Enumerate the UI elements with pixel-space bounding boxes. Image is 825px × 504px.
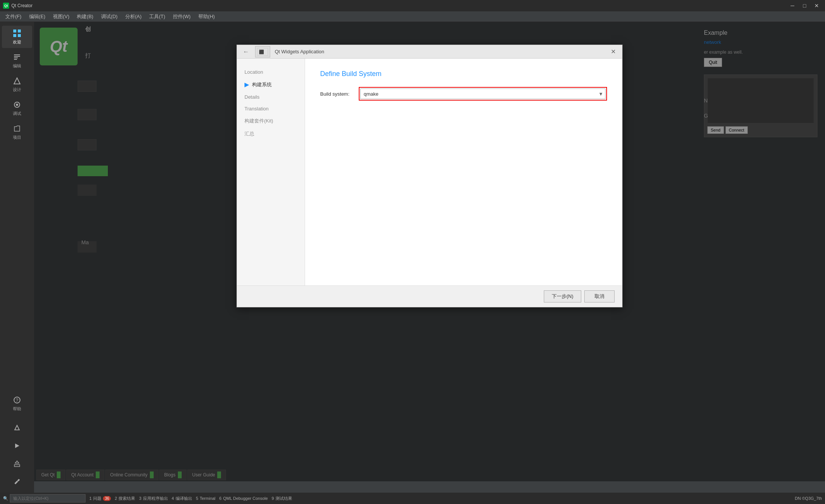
problems-num: 1 [89,496,92,501]
dialog-titlebar: ← ⬛ Qt Widgets Application ✕ [237,45,622,59]
build-system-select-wrapper: qmake CMake Qbs ▼ [359,87,607,101]
content-area: Qt 创 打 Example network er example as wel… [34,22,825,493]
problems-badge: 36 [103,496,111,501]
menu-controls[interactable]: 控件(W) [169,12,195,22]
app-title: Qt Creator [11,3,785,8]
dialog-back-button[interactable]: ← [241,47,251,56]
compile-output-item[interactable]: 4 编译输出 [172,496,192,501]
next-button[interactable]: 下一步(N) [544,290,581,302]
dialog-nav-build-system[interactable]: ▶ 构建系统 [237,78,305,91]
search-icon: 🔍 [3,496,8,501]
design-icon [12,76,22,85]
dialog-footer: 下一步(N) 取消 [237,285,622,307]
terminal-item[interactable]: 5 Terminal [196,496,216,501]
maximize-button[interactable]: □ [799,2,810,9]
menu-tools[interactable]: 工具(T) [145,12,169,22]
svg-rect-2 [13,34,16,37]
menu-file[interactable]: 文件(F) [2,12,25,22]
modal-overlay: ← ⬛ Qt Widgets Application ✕ [34,22,825,481]
dialog-nav-summary[interactable]: 汇总 [237,127,305,140]
dialog-content: Define Build System Build system: qmake … [305,59,622,285]
titlebar: Qt Qt Creator ─ □ ✕ [0,0,825,11]
sidebar-label-design: 设计 [13,87,21,93]
svg-marker-12 [15,425,19,430]
menu-build[interactable]: 构建(B) [73,12,97,22]
logo-text: Qt [4,4,8,8]
svg-rect-0 [13,29,16,33]
dialog-title: Qt Widgets Application [275,49,324,54]
sidebar-label-help: 帮助 [13,406,21,412]
minimize-button[interactable]: ─ [787,2,798,9]
svg-rect-7 [14,59,17,60]
app-output-item[interactable]: 3 应用程序输出 [139,496,168,501]
sidebar: 欢迎 编辑 设计 [0,22,34,493]
dialog-close-button[interactable]: ✕ [609,47,618,56]
sidebar-item-run[interactable] [2,438,32,453]
dialog-body: Location ▶ 构建系统 Details Translation [237,59,622,285]
svg-text:⬛: ⬛ [259,49,264,54]
build-icon [12,423,22,432]
dialog-nav-location[interactable]: Location [237,66,305,78]
problems-label: 问题 [93,496,101,501]
dialog-nav-kit[interactable]: 构建套件(Kit) [237,115,305,127]
sidebar-item-design[interactable]: 设计 [2,73,32,96]
search-area: 🔍 [3,494,86,502]
dialog-nav: Location ▶ 构建系统 Details Translation [237,59,305,285]
sidebar-item-build[interactable] [2,420,32,435]
svg-marker-15 [15,461,19,463]
menu-debug[interactable]: 调试(D) [97,12,121,22]
window-controls: ─ □ ✕ [787,2,822,9]
sidebar-item-debug[interactable]: 调试 [2,97,32,119]
svg-point-9 [16,104,18,106]
dialog-nav-translation[interactable]: Translation [237,103,305,115]
svg-rect-3 [18,34,21,37]
app-logo: Qt [3,3,9,9]
edit-icon [12,53,22,62]
problems-item[interactable]: 1 问题 36 [89,496,111,501]
sidebar-item-deploy[interactable] [2,456,32,471]
statusbar: 🔍 1 问题 36 2 搜索结果 3 应用程序输出 4 编译输出 5 Termi… [0,493,825,504]
build-system-row: Build system: qmake CMake Qbs ▼ [320,87,607,101]
run-icon [12,441,22,450]
menu-help[interactable]: 帮助(H) [195,12,219,22]
cancel-button[interactable]: 取消 [584,290,615,302]
svg-rect-16 [14,481,18,484]
close-button[interactable]: ✕ [811,2,822,9]
search-results-item[interactable]: 2 搜索结果 [115,496,135,501]
sidebar-item-project[interactable]: 项目 [2,121,32,143]
version-info: DN ©Q3G_7th [795,496,822,501]
menu-view[interactable]: 视图(V) [49,12,73,22]
sidebar-item-hammer[interactable] [2,475,32,490]
welcome-icon [12,29,22,38]
dialog: ← ⬛ Qt Widgets Application ✕ [237,45,623,307]
dialog-section-title: Define Build System [320,70,607,78]
build-system-label: Build system: [320,91,354,97]
nav-arrow-icon: ▶ [244,81,249,88]
sidebar-label-welcome: 欢迎 [13,39,21,45]
sidebar-label-project: 项目 [13,135,21,140]
qml-debugger-item[interactable]: 6 QML Debugger Console [219,496,268,501]
menu-analyze[interactable]: 分析(A) [121,12,145,22]
dialog-title-left: ← ⬛ Qt Widgets Application [241,46,324,57]
svg-marker-13 [15,444,19,448]
sidebar-label-debug: 调试 [13,111,21,116]
hammer-icon [12,478,22,487]
wizard-icon: ⬛ [255,46,270,57]
search-input[interactable] [10,494,86,502]
svg-rect-5 [14,56,20,57]
debug-icon [12,100,22,109]
sidebar-item-help[interactable]: ? 帮助 [2,392,32,415]
deploy-icon [12,459,22,468]
dialog-nav-details[interactable]: Details [237,91,305,103]
test-results-item[interactable]: 9 测试结果 [272,496,292,501]
menu-edit[interactable]: 编辑(E) [25,12,49,22]
build-system-select[interactable]: qmake CMake Qbs [360,88,606,99]
svg-rect-6 [14,57,18,58]
svg-rect-4 [14,54,20,55]
sidebar-item-welcome[interactable]: 欢迎 [2,26,32,48]
svg-rect-14 [14,465,20,467]
sidebar-item-edit[interactable]: 编辑 [2,50,32,72]
svg-text:?: ? [16,398,19,403]
project-icon [12,124,22,133]
menubar: 文件(F) 编辑(E) 视图(V) 构建(B) 调试(D) 分析(A) 工具(T… [0,11,825,22]
